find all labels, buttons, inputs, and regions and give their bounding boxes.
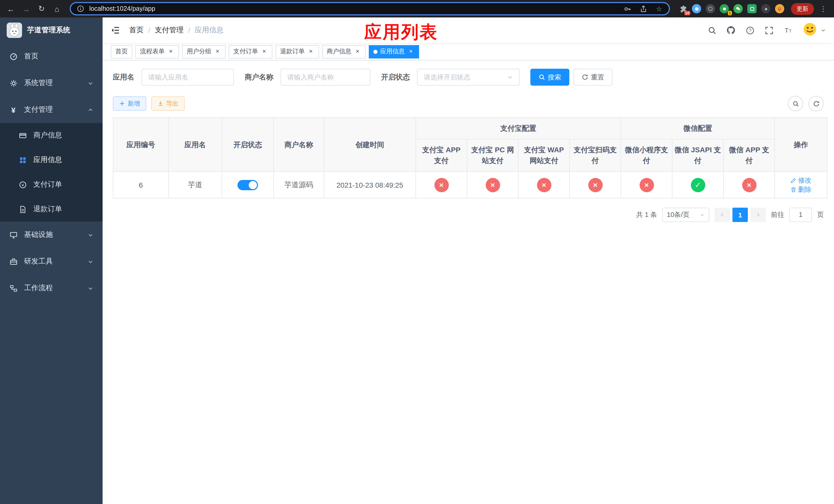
forward-button[interactable]: → [20, 2, 33, 15]
chevron-down-icon [88, 285, 93, 291]
close-tab-icon[interactable]: × [354, 48, 361, 55]
tags-view: 首页 流程表单× 用户分组× 支付订单× 退款订单× 商户信息× 应用信息× [103, 43, 834, 61]
close-tab-icon[interactable]: × [407, 48, 414, 55]
tab-label: 退款订单 [280, 47, 305, 56]
yen-icon: ¥ [9, 106, 18, 114]
close-tab-icon[interactable]: × [214, 48, 221, 55]
col-header-alipay-app: 支付宝 APP 支付 [416, 139, 467, 171]
page-number-1[interactable]: 1 [732, 208, 748, 222]
close-tab-icon[interactable]: × [307, 48, 314, 55]
search-icon[interactable] [707, 26, 717, 35]
sidebar-item-home[interactable]: 首页 [0, 43, 103, 70]
browser-menu-icon[interactable]: ⋮ [819, 5, 828, 13]
home-button[interactable]: ⌂ [50, 2, 64, 15]
sidebar-item-payment[interactable]: ¥ 支付管理 [0, 96, 103, 123]
sidebar-item-label: 支付订单 [33, 180, 62, 189]
wechat-jsapi-status-icon: ✓ [690, 178, 705, 192]
page-size-select[interactable]: 10条/页 [662, 208, 709, 222]
search-button[interactable]: 搜索 [530, 69, 569, 86]
pagination: 共 1 条 10条/页 1 [113, 208, 824, 222]
github-icon[interactable] [726, 26, 736, 35]
tab-pay-order[interactable]: 支付订单× [229, 45, 272, 58]
goto-label: 前往 [771, 210, 784, 220]
back-button[interactable]: ← [4, 2, 18, 15]
chevron-down-icon [88, 259, 93, 264]
export-button[interactable]: 导出 [151, 96, 185, 111]
sidebar-toggle-icon[interactable] [111, 26, 120, 35]
share-icon[interactable] [639, 4, 648, 13]
reload-button[interactable]: ↻ [35, 2, 48, 15]
tab-refund-order[interactable]: 退款订单× [276, 45, 319, 58]
reset-button[interactable]: 重置 [573, 69, 612, 86]
logo-rabbit-icon [7, 23, 22, 38]
user-menu[interactable] [802, 22, 826, 39]
tab-process-form[interactable]: 流程表单× [135, 45, 179, 58]
extension-dark-puzzle-icon[interactable] [761, 4, 770, 13]
extension-dark-circle-icon[interactable] [706, 4, 715, 13]
active-tab-dot [373, 49, 377, 53]
export-button-label: 导出 [166, 99, 178, 108]
sidebar-item-label: 基础设施 [24, 230, 53, 239]
url-bar[interactable]: localhost:1024/pay/app ☆ [70, 2, 670, 15]
breadcrumb-pay[interactable]: 支付管理 [155, 26, 184, 35]
navbar: 首页 / 支付管理 / 应用信息 应用列表 ? [103, 18, 834, 43]
navbar-actions: ? TT [707, 22, 826, 39]
extension-green-square-icon[interactable] [747, 4, 756, 13]
app-name-label: 应用名 [113, 72, 134, 82]
sidebar-item-workflow[interactable]: 工作流程 [0, 275, 103, 301]
font-size-icon[interactable]: TT [783, 26, 792, 35]
app-name-input[interactable]: 请输入应用名 [141, 69, 234, 86]
extensions-puzzle-icon[interactable]: 10 [678, 4, 687, 13]
alipay-app-status-icon: × [434, 178, 448, 192]
tab-label: 支付订单 [233, 47, 258, 56]
goto-page-input[interactable]: 1 [789, 208, 812, 222]
url-text: localhost:1024/pay/app [89, 5, 155, 12]
tab-label: 流程表单 [140, 47, 164, 56]
svg-text:T: T [789, 29, 792, 33]
help-icon[interactable]: ? [745, 26, 754, 35]
extension-wechat-icon[interactable] [733, 4, 743, 13]
grid-icon [19, 156, 27, 164]
close-tab-icon[interactable]: × [261, 48, 268, 55]
toggle-search-button[interactable] [788, 96, 803, 111]
extension-green-badged-icon[interactable]: 1 [720, 4, 729, 13]
password-key-icon[interactable] [623, 4, 632, 13]
sidebar-item-app-info[interactable]: 应用信息 [0, 148, 103, 172]
chevron-down-icon [821, 28, 826, 33]
site-info-icon[interactable] [76, 4, 85, 13]
prev-page-button[interactable] [715, 208, 730, 222]
status-toggle[interactable] [238, 180, 258, 190]
sidebar-item-merchant-info[interactable]: 商户信息 [0, 123, 103, 148]
tab-home[interactable]: 首页 [111, 45, 132, 58]
fullscreen-icon[interactable] [764, 26, 773, 35]
sidebar-item-infrastructure[interactable]: 基础设施 [0, 222, 103, 248]
main-area: 首页 / 支付管理 / 应用信息 应用列表 ? [103, 18, 834, 504]
extension-blue-icon[interactable] [692, 4, 701, 13]
extension-badge: 1 [728, 10, 732, 15]
browser-update-button[interactable]: 更新 [791, 3, 814, 15]
sidebar-item-refund-order[interactable]: 退款订单 [0, 197, 103, 222]
extension-face-icon[interactable] [775, 4, 784, 13]
edit-button[interactable]: 修改 [790, 176, 811, 185]
close-tab-icon[interactable]: × [167, 48, 174, 55]
delete-button[interactable]: 删除 [790, 185, 811, 194]
browser-extensions: 10 1 更新 ⋮ [676, 3, 830, 15]
sidebar-item-pay-order[interactable]: ¥ 支付订单 [0, 172, 103, 197]
sidebar-item-system[interactable]: 系统管理 [0, 70, 103, 96]
workflow-icon [9, 284, 18, 292]
merchant-name-input[interactable]: 请输入商户名称 [281, 69, 370, 86]
col-header-status: 开启状态 [222, 118, 273, 171]
app-logo[interactable]: 芋道管理系统 [0, 18, 103, 43]
refresh-button[interactable] [808, 96, 824, 111]
tab-user-group[interactable]: 用户分组× [182, 45, 226, 58]
sidebar-item-dev-tools[interactable]: 研发工具 [0, 248, 103, 275]
next-page-button[interactable] [750, 208, 766, 222]
tab-app-info[interactable]: 应用信息× [369, 45, 419, 58]
bookmark-star-icon[interactable]: ☆ [655, 4, 664, 13]
status-select[interactable]: 请选择开启状态 [417, 69, 520, 86]
add-button[interactable]: 新增 [113, 96, 146, 111]
breadcrumb-home[interactable]: 首页 [129, 26, 144, 35]
cell-app-name: 芋道 [169, 171, 222, 198]
tab-merchant-info[interactable]: 商户信息× [322, 45, 366, 58]
col-header-alipay-scan: 支付宝扫码支付 [570, 139, 621, 171]
